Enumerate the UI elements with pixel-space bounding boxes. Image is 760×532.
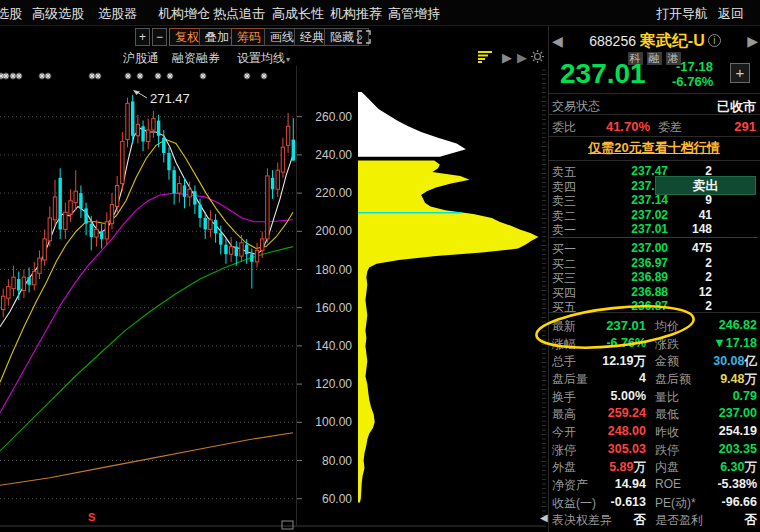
bid-row-2-vol: 2 [660, 256, 712, 270]
stat-value-8-1: 6.30万 [668, 459, 757, 476]
stat-value-11-1: 否 [668, 512, 757, 529]
svg-text:260.00: 260.00 [315, 110, 352, 124]
level2-promo-link[interactable]: 仅需20元查看十档行情 [548, 139, 760, 157]
bid-row-5-label: 买五 [552, 299, 576, 316]
stock-name: 寒武纪-U [640, 32, 705, 49]
ma_orange-line [0, 433, 293, 486]
stat-value-10-0: -0.613 [560, 495, 646, 509]
sell-signal-marker: S [88, 511, 95, 523]
ma_magenta-line [0, 193, 293, 413]
chart-resize-handle [282, 521, 293, 529]
ask-row-3-price[interactable]: 237.14 [600, 193, 668, 207]
add-to-watchlist-button[interactable]: + [730, 63, 750, 83]
svg-text:80.00: 80.00 [322, 454, 352, 468]
bid-row-3-price[interactable]: 236.89 [600, 270, 668, 284]
sell-button[interactable]: 卖出 [655, 176, 756, 195]
stat-value-7-0: 305.03 [560, 442, 646, 456]
stat-value-3-0: 4 [560, 371, 646, 385]
stat-value-8-0: 5.89万 [560, 459, 646, 476]
svg-text:100.00: 100.00 [315, 415, 352, 429]
ma_yellow-line [0, 140, 293, 383]
stat-value-0-0: 237.01 [560, 318, 646, 333]
stat-value-5-0: 259.24 [560, 406, 646, 420]
bid-row-1-vol: 475 [660, 241, 712, 255]
svg-text:160.00: 160.00 [315, 301, 352, 315]
next-stock-arrow-icon[interactable]: ▶ [747, 33, 758, 49]
bid-row-4-vol: 12 [660, 285, 712, 299]
peak-price-annotation: 271.47 [150, 91, 190, 106]
stat-value-1-0: -6.76% [560, 336, 646, 350]
stat-value-2-0: 12.19万 [560, 353, 646, 370]
svg-text:240.00: 240.00 [315, 148, 352, 162]
last-price: 237.01 [560, 58, 646, 90]
candlestick-chart[interactable]: 260.00240.00220.00200.00180.00160.00140.… [0, 0, 547, 532]
svg-text:220.00: 220.00 [315, 186, 352, 200]
ma_green-line [0, 247, 293, 451]
stat-value-0-1: 246.82 [668, 318, 757, 332]
stat-value-9-0: 14.94 [560, 477, 646, 491]
open-nav-button[interactable]: 打开导航 [656, 5, 708, 23]
panel-collapse-arrow-icon[interactable]: ◀ [540, 512, 548, 523]
stat-value-6-0: 248.00 [560, 424, 646, 438]
bid-row-3-vol: 2 [660, 270, 712, 284]
price-change-pct: -6.76% [672, 74, 713, 89]
info-icon[interactable]: i [708, 34, 721, 47]
svg-text:200.00: 200.00 [315, 224, 352, 238]
weicha-value: 291 [700, 119, 756, 134]
weibi-value: 41.70% [580, 119, 650, 134]
ask-row-3-vol: 9 [660, 193, 712, 207]
weibi-label: 委比 [552, 119, 576, 136]
stat-value-3-1: 9.48万 [668, 371, 757, 388]
ask-row-2-vol: 41 [660, 208, 712, 222]
stat-value-1-1: ▼17.18 [668, 336, 757, 350]
status-label: 交易状态 [552, 98, 600, 115]
bid-row-4-price[interactable]: 236.88 [600, 285, 668, 299]
weicha-label: 委差 [658, 119, 682, 136]
bid-row-1-price[interactable]: 237.00 [600, 241, 668, 255]
stat-value-7-1: 203.35 [668, 442, 757, 456]
badge-1: 融 [647, 52, 662, 65]
stock-code: 688256 [589, 33, 636, 49]
svg-text:180.00: 180.00 [315, 263, 352, 277]
prev-stock-arrow-icon[interactable]: ◀ [552, 33, 563, 49]
stat-value-5-1: 237.00 [668, 406, 757, 420]
app-window: 选股高级选股选股器机构增仓热点追击高成长性机构推荐高管增持打开导航返回 +−复权… [0, 0, 760, 532]
price-change: -17.18 [676, 59, 713, 74]
stat-value-4-0: 5.00% [560, 389, 646, 403]
stat-value-11-0: 否 [560, 512, 646, 529]
bid-row-2-price[interactable]: 236.97 [600, 256, 668, 270]
stat-value-6-1: 254.19 [668, 424, 757, 438]
back-button[interactable]: 返回 [718, 5, 744, 23]
svg-text:140.00: 140.00 [315, 339, 352, 353]
chips-below-price [358, 161, 538, 503]
svg-text:120.00: 120.00 [315, 377, 352, 391]
chips-above-price [358, 92, 466, 157]
ask-row-1-price[interactable]: 237.01 [600, 222, 668, 236]
stat-value-4-1: 0.79 [668, 389, 757, 403]
ask-row-1-vol: 148 [660, 222, 712, 236]
stat-value-9-1: -5.38% [668, 477, 757, 491]
stat-value-10-1: -96.66 [668, 495, 757, 509]
stat-value-2-1: 30.08亿 [668, 353, 757, 370]
ask-row-2-price[interactable]: 237.02 [600, 208, 668, 222]
svg-text:60.00: 60.00 [322, 492, 352, 506]
